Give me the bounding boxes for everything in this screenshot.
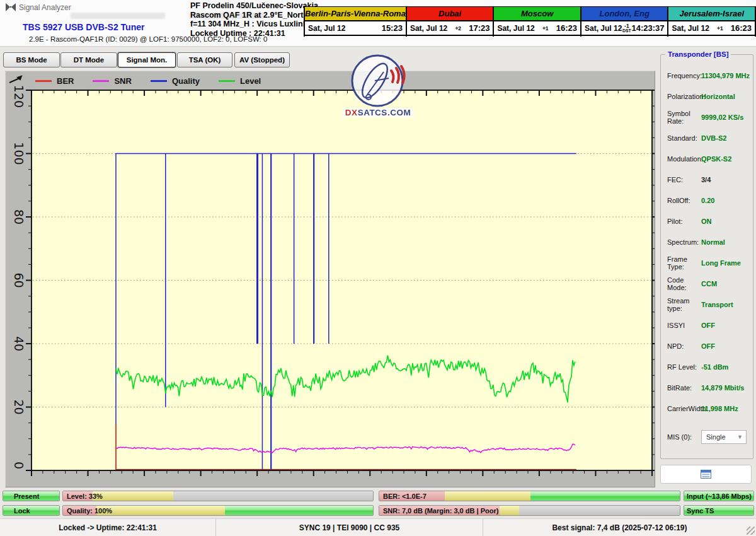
transponder-row: BitRate:14,879 Mbit/s [661, 377, 754, 398]
transponder-title: Transponder [BS] [665, 50, 731, 58]
transponder-row: ISSYIOFF [661, 315, 754, 335]
transponder-row: FEC:3/4 [661, 169, 754, 190]
clock-city-label: Dubai [407, 7, 493, 21]
legend-line-sample [35, 80, 52, 82]
chevron-down-icon: ▼ [737, 434, 746, 440]
dxsatcs-logo-text: DXSATCS.COM [342, 108, 414, 117]
clock-city-label: Berlin-Paris-Vienna-Roma [305, 7, 406, 21]
bar-label: Sync TS [687, 507, 714, 515]
clock-cell: MoscowSat, Jul 12+116:23 [494, 6, 581, 37]
signal-chart-panel: 020406080100120 BERSNRQualityLevel [5, 71, 655, 487]
mis-dropdown[interactable]: Single ▼ [701, 430, 747, 444]
legend-line-sample [151, 80, 167, 82]
transponder-row: Pilot:ON [661, 211, 754, 231]
clock-cell: DubaiSat, Jul 12+217:23 [407, 6, 495, 37]
indicator-bar-level: Level: 33% [62, 491, 374, 501]
indicator-bar-ber: BER: <1.0E-7 [379, 491, 680, 501]
svg-text:60: 60 [12, 272, 26, 288]
indicator-bar-quality: Quality: 100% [62, 505, 374, 516]
transponder-row: NPD:OFF [661, 335, 754, 356]
clock-datetime: Sat, Jul 12-1DST14:23:37 [581, 21, 668, 36]
world-clocks: Berlin-Paris-Vienna-RomaSat, Jul 1215:23… [304, 6, 756, 37]
background-window-remnant [71, 13, 165, 19]
satellite-dish-logo-graphic [342, 53, 414, 107]
bar-segment-green [3, 506, 59, 515]
indicator-bar-snr: SNR: 7,0 dB (Margin: 3,0 dB | Poor) [379, 505, 680, 516]
app-icon [5, 3, 16, 12]
tab-av-stopped-[interactable]: AV (Stopped) [234, 52, 290, 67]
mis-label: MIS (0): [661, 433, 701, 441]
transponder-fields: Frequency:11304,979 MHzPolarization:Hori… [661, 65, 754, 419]
transponder-groupbox: Frequency:11304,979 MHzPolarization:Hori… [660, 54, 753, 459]
svg-text:40: 40 [12, 336, 26, 351]
legend-line-sample [93, 80, 109, 82]
tuner-title: TBS 5927 USB DVB-S2 Tuner [23, 22, 144, 32]
bar-label: SNR: 7,0 dB (Margin: 3,0 dB | Poor) [383, 507, 498, 515]
transponder-row: Frequency:11304,979 MHz [661, 65, 754, 86]
transponder-row: CarrierWidth:11,998 MHz [661, 398, 754, 419]
clock-cell: London, EngSat, Jul 12-1DST14:23:37 [581, 6, 669, 37]
tab-tsa-ok-[interactable]: TSA (OK) [177, 52, 232, 67]
transponder-row: Standard:DVB-S2 [661, 127, 754, 148]
transponder-row: Spectrum:Normal [661, 231, 754, 252]
bar-segment-green [225, 506, 373, 515]
resize-grip[interactable] [747, 527, 755, 535]
clock-city-label: London, Eng [581, 7, 668, 21]
list-window-icon [701, 470, 711, 479]
clock-datetime: Sat, Jul 12+116:23 [494, 21, 580, 36]
mis-selected-value: Single [706, 433, 726, 441]
status-bar: Locked -> Uptime: 22:41:31 SYNC 19 | TEI… [0, 518, 756, 536]
transponder-row: Code Mode:CCM [661, 273, 754, 294]
transponder-row: Modulation:QPSK-S2 [661, 148, 754, 169]
svg-text:20: 20 [12, 399, 26, 414]
bar-label: BER: <1.0E-7 [383, 492, 427, 500]
legend-item-snr: SNR [93, 76, 131, 86]
clock-cell: Jerusalem-IsraelSat, Jul 12+116:23 [668, 6, 756, 37]
transport-stream-list-button[interactable] [660, 465, 752, 484]
svg-text:80: 80 [12, 209, 26, 224]
transponder-row: Stream type:Transport [661, 294, 754, 315]
legend-item-level: Level [219, 76, 261, 86]
transponder-row: RollOff:0.20 [661, 190, 754, 211]
legend-item-ber: BER [35, 76, 74, 86]
bar-label: Quality: 100% [67, 507, 112, 515]
bar-segment-gray [173, 491, 373, 501]
window-title: Signal Analyzer [19, 3, 71, 12]
bar-segment-gray [519, 506, 680, 515]
svg-text:120: 120 [12, 85, 26, 108]
tab-bs-mode[interactable]: BS Mode [3, 52, 60, 67]
statusbar-sync-counters: SYNC 19 | TEI 9090 | CC 935 [216, 519, 483, 536]
transponder-row: Frame Type:Long Frame [661, 252, 754, 273]
mouse-cursor-arrow [8, 74, 25, 85]
mis-row: MIS (0): Single ▼ [661, 430, 754, 444]
bar-label: Present [14, 492, 39, 500]
statusbar-lock-uptime: Locked -> Uptime: 22:41:31 [0, 519, 216, 536]
tab-dt-mode[interactable]: DT Mode [60, 52, 117, 67]
transponder-row: Symbol Rate:9999,02 KS/s [661, 107, 754, 127]
signal-chart: 020406080100120 [6, 71, 655, 487]
dxsatcs-logo: DXSATCS.COM [342, 53, 414, 117]
clock-city-label: Moscow [494, 7, 580, 21]
antenna-info-block: PF Prodelin 450/Lučenec-Slovakia Rascom … [190, 1, 318, 38]
bar-segment-green [530, 491, 680, 501]
bar-label: Input (~13,86 Mbps) [687, 492, 752, 500]
clock-city-label: Jerusalem-Israel [668, 7, 755, 21]
bar-label: Level: 33% [67, 492, 103, 500]
clock-datetime: Sat, Jul 12+217:23 [407, 21, 493, 36]
indicator-bar-lock: Lock [3, 505, 60, 516]
clock-datetime: Sat, Jul 12+116:23 [668, 21, 755, 36]
legend-item-quality: Quality [151, 76, 200, 86]
clock-datetime: Sat, Jul 1215:23 [305, 21, 406, 36]
svg-text:0: 0 [12, 462, 26, 469]
svg-text:100: 100 [12, 142, 26, 165]
transponder-row: Polarization:Horizontal [661, 86, 754, 107]
tab-signal-mon-[interactable]: Signal Mon. [118, 52, 176, 67]
legend-line-sample [219, 80, 235, 82]
statusbar-best-signal: Best signal: 7,4 dB (2025-07-12 06:19) [483, 519, 756, 536]
transponder-row: RF Level:-51 dBm [661, 356, 754, 377]
clock-cell: Berlin-Paris-Vienna-RomaSat, Jul 1215:23 [305, 6, 407, 37]
indicator-bar-input: Input (~13,86 Mbps) [684, 491, 754, 501]
chart-legend: BERSNRQualityLevel [35, 74, 261, 87]
bar-label: Lock [14, 507, 30, 515]
indicator-bar-present: Present [3, 491, 60, 501]
